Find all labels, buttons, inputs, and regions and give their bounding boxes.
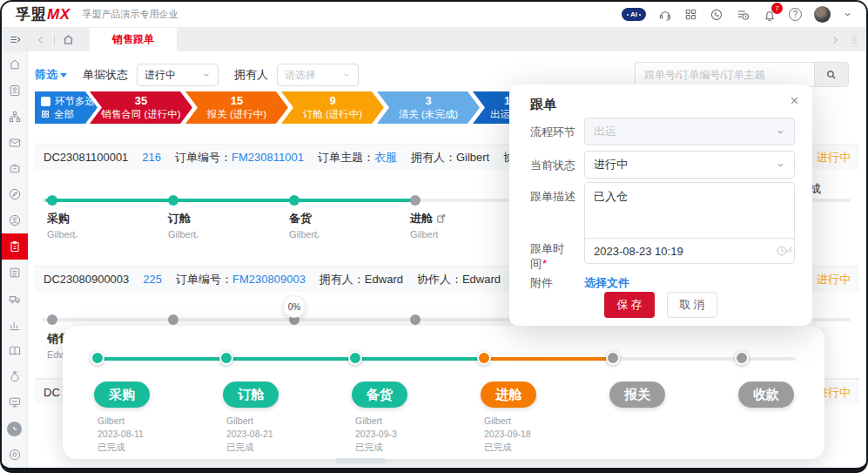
- popup-dot-6[interactable]: [735, 351, 749, 365]
- step-name: 进舱: [410, 211, 433, 226]
- search-button[interactable]: [814, 62, 849, 87]
- edit-step-icon[interactable]: [436, 213, 447, 224]
- popup-dot-5[interactable]: [606, 351, 620, 365]
- tab-bar: 销售跟单: [2, 28, 866, 51]
- expand-step-chevron-3[interactable]: [312, 232, 322, 242]
- popup-step-pill-4[interactable]: 进舱: [481, 382, 536, 408]
- popup-dot-2[interactable]: [219, 351, 233, 365]
- sidebar-collapse-button[interactable]: [2, 28, 28, 51]
- stage-count: 9: [329, 94, 335, 109]
- profile-chevron-down-icon[interactable]: [843, 10, 852, 19]
- select-chevron-icon: [342, 71, 351, 79]
- sidebar-briefcase-icon[interactable]: [2, 156, 28, 182]
- sidebar-finance-icon[interactable]: [2, 364, 28, 390]
- sidebar-orders-icon-active[interactable]: [2, 233, 28, 260]
- sidebar-org-icon[interactable]: [2, 104, 28, 130]
- logo-text: 孚盟: [16, 6, 46, 23]
- choose-file-link[interactable]: 选择文件: [584, 269, 629, 291]
- help-icon[interactable]: ?: [789, 8, 802, 21]
- funnel-stage-all[interactable]: 环节多选 全部: [35, 91, 98, 124]
- textarea-resize-handle[interactable]: [785, 246, 793, 253]
- timeline1-dot-4[interactable]: [410, 195, 421, 206]
- doc-status-select[interactable]: 进行中: [137, 64, 219, 86]
- step-name: 订舱: [168, 211, 196, 226]
- popup-step-pill-6[interactable]: 收款: [738, 382, 794, 408]
- order-no-link[interactable]: FM230811001: [232, 151, 304, 164]
- popup-step-pill-1[interactable]: 采购: [94, 382, 150, 408]
- popup-step-pill-5[interactable]: 报关: [609, 382, 665, 408]
- ai-assistant-button[interactable]: AI: [622, 8, 646, 21]
- sidebar-home-icon[interactable]: [2, 51, 28, 78]
- filter-bar: 筛选 单据状态 进行中 拥有人 请选择: [35, 63, 359, 87]
- step-person: Gilbert: [410, 229, 447, 240]
- tab-bar-right-controls: [830, 28, 859, 51]
- expand-step-chevron-1[interactable]: [70, 232, 80, 242]
- apps-grid-icon[interactable]: [684, 8, 697, 21]
- tab-menu-icon[interactable]: [849, 35, 859, 45]
- timeline1-dot-2[interactable]: [168, 195, 178, 206]
- horizontal-scrollbar[interactable]: [335, 458, 386, 463]
- process-step-label: 流程环节: [530, 118, 584, 145]
- search-input[interactable]: [635, 62, 814, 87]
- order-no-label: 订单编号：: [175, 151, 232, 164]
- sidebar-ledger-icon[interactable]: [2, 338, 28, 364]
- popup-step-pill-2[interactable]: 订舱: [223, 382, 279, 408]
- popup-dot-4[interactable]: [477, 351, 491, 365]
- sidebar-documents-icon[interactable]: [2, 260, 28, 286]
- sidebar-mail-icon[interactable]: [2, 130, 28, 156]
- owner-select[interactable]: 请选择: [277, 64, 359, 86]
- follow-time-input[interactable]: [584, 238, 795, 264]
- headset-icon[interactable]: [658, 8, 672, 22]
- popup-dot-3[interactable]: [348, 351, 362, 365]
- task-list-icon[interactable]: [736, 8, 750, 22]
- funnel-stage-booking[interactable]: 9 订舱 (进行中): [281, 91, 384, 124]
- timeline2-dot-1[interactable]: [47, 314, 57, 325]
- sidebar-compass-icon[interactable]: [2, 181, 28, 207]
- sidebar-reports-icon[interactable]: [2, 312, 28, 338]
- app-logo: 孚盟MX: [16, 4, 71, 24]
- order-doc-no: DC23080900003: [44, 273, 129, 286]
- tab-sales-tracking[interactable]: 销售跟单: [90, 28, 177, 51]
- timeline2-dot-4[interactable]: [410, 314, 421, 325]
- sidebar-logistics-icon[interactable]: [2, 286, 28, 312]
- user-avatar[interactable]: [814, 6, 831, 23]
- sidebar-target-icon[interactable]: [2, 442, 28, 468]
- popup-dot-1[interactable]: [91, 351, 104, 365]
- close-icon[interactable]: [789, 95, 800, 106]
- sidebar-account-icon[interactable]: [2, 207, 28, 233]
- detail-status: 已完成: [355, 441, 397, 454]
- sidebar-contacts-icon[interactable]: [2, 78, 28, 104]
- notifications-button[interactable]: 7: [763, 8, 777, 22]
- order-owner: Gilbert: [456, 151, 489, 164]
- sidebar-whatsapp-icon[interactable]: [2, 416, 28, 442]
- whatsapp-icon[interactable]: [710, 8, 723, 22]
- expand-step-chevron-2[interactable]: [191, 232, 201, 242]
- timeline2-dot-2[interactable]: [168, 314, 178, 325]
- funnel-stage-customs[interactable]: 15 报关 (进行中): [185, 91, 288, 124]
- sidebar-marketing-icon[interactable]: [2, 389, 28, 416]
- cancel-button[interactable]: 取消: [667, 292, 717, 318]
- detail-person: Gilbert: [355, 415, 397, 428]
- detail-date: 2023-08-21: [226, 428, 273, 441]
- tab-back-button[interactable]: [28, 28, 54, 51]
- filter-toggle[interactable]: 筛选: [35, 67, 67, 83]
- funnel-stage-contract[interactable]: 35 销售合同 (进行中): [90, 91, 192, 124]
- pill-label: 收款: [753, 387, 779, 403]
- popup-step-pill-3[interactable]: 备货: [352, 382, 407, 408]
- required-asterisk: *: [542, 257, 547, 270]
- filter-label: 筛选: [35, 67, 57, 83]
- funnel-stage-clearance[interactable]: 3 清关 (未完成): [377, 91, 480, 124]
- current-status-select[interactable]: 进行中: [584, 151, 795, 179]
- order-days-link[interactable]: 225: [143, 273, 162, 286]
- multi-select-checkbox[interactable]: [41, 97, 50, 106]
- order-subject-link[interactable]: 衣服: [374, 151, 397, 164]
- popup-step-detail-4: Gilbert 2023-09-18 已完成: [484, 415, 531, 454]
- order-no-link[interactable]: FM230809003: [232, 273, 306, 286]
- timeline1-dot-3[interactable]: [289, 195, 299, 206]
- save-button[interactable]: 保存: [604, 292, 655, 318]
- tab-home-button[interactable]: [55, 28, 81, 51]
- tab-scroll-right-icon[interactable]: [830, 35, 840, 45]
- order-status-badge: 进行中: [817, 150, 851, 166]
- timeline1-dot-1[interactable]: [47, 195, 57, 206]
- order-days-link[interactable]: 216: [142, 151, 161, 164]
